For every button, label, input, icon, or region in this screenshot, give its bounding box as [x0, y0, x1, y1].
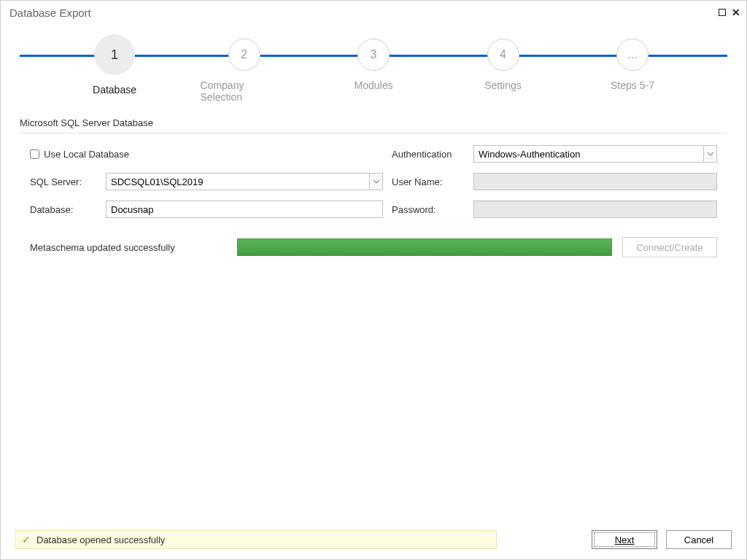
step-number: 3	[357, 39, 390, 71]
step-label: Steps 5-7	[611, 79, 654, 91]
auth-select[interactable]	[473, 145, 717, 163]
use-local-db-checkbox[interactable]	[30, 149, 39, 159]
titlebar: Database Export ✕	[1, 1, 746, 24]
maximize-icon[interactable]	[719, 9, 726, 16]
chevron-down-icon[interactable]	[703, 146, 716, 162]
window-title: Database Export	[9, 7, 719, 19]
chevron-down-icon[interactable]	[369, 174, 382, 190]
auth-label: Authentication	[392, 149, 465, 160]
status-bar: ✓ Database opened successfully	[15, 530, 497, 549]
progress-label: Metaschema updated successfully	[30, 242, 227, 253]
sql-server-input[interactable]	[106, 173, 383, 190]
username-input[interactable]	[473, 173, 717, 190]
section-title: Microsoft SQL Server Database	[20, 117, 727, 133]
step-modules[interactable]: 3 Modules	[330, 37, 417, 103]
close-icon[interactable]: ✕	[732, 7, 740, 18]
password-label: Password:	[392, 204, 465, 215]
use-local-db-row: Use Local Database	[30, 149, 383, 160]
status-text: Database opened successfully	[36, 534, 165, 545]
check-icon: ✓	[22, 534, 31, 545]
sql-server-combo[interactable]	[106, 173, 383, 190]
step-settings[interactable]: 4 Settings	[460, 37, 547, 103]
step-number: 2	[228, 39, 260, 71]
progress-row: Metaschema updated successfully Connect/…	[20, 237, 727, 257]
cancel-button[interactable]: Cancel	[666, 530, 732, 549]
step-label: Company Selection	[201, 79, 288, 103]
database-section: Microsoft SQL Server Database Use Local …	[20, 117, 727, 257]
step-company-selection[interactable]: 2 Company Selection	[201, 37, 288, 103]
wizard-stepper: 1 Database 2 Company Selection 3 Modules…	[20, 37, 727, 117]
sql-server-label: SQL Server:	[30, 176, 97, 187]
form-grid: Use Local Database Authentication SQL Se…	[20, 145, 727, 218]
database-label: Database:	[30, 204, 97, 215]
footer: ✓ Database opened successfully Next Canc…	[15, 530, 732, 549]
next-button[interactable]: Next	[592, 530, 657, 549]
auth-value[interactable]	[473, 145, 717, 163]
use-local-db-label: Use Local Database	[44, 149, 129, 160]
connect-create-button[interactable]: Connect/Create	[622, 237, 717, 257]
step-more[interactable]: ... Steps 5-7	[589, 37, 676, 103]
step-number: 1	[94, 34, 135, 75]
window-controls: ✕	[719, 7, 740, 18]
step-label: Modules	[355, 79, 393, 91]
username-label: User Name:	[392, 176, 465, 187]
svg-rect-0	[719, 9, 726, 16]
password-input[interactable]	[473, 201, 717, 218]
step-label: Database	[93, 84, 136, 96]
step-label: Settings	[484, 79, 522, 91]
database-input[interactable]	[106, 201, 383, 218]
step-database[interactable]: 1 Database	[71, 37, 158, 103]
step-number: 4	[487, 39, 519, 71]
step-number: ...	[616, 39, 649, 71]
progress-bar	[237, 238, 612, 256]
